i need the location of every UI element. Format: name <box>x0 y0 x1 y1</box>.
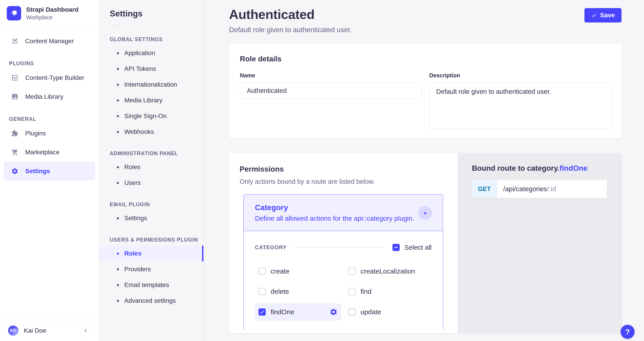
subnav-item-api-tokens[interactable]: API Tokens <box>99 61 204 77</box>
image-icon <box>11 93 18 100</box>
bullet-icon <box>117 284 119 286</box>
workspace-switcher[interactable]: Strapi Dashboard Workplace <box>0 0 99 27</box>
accordion-subtitle: Define all allowed actions for the api::… <box>255 215 414 222</box>
save-button[interactable]: Save <box>584 8 622 23</box>
subnav-item-providers[interactable]: Providers <box>99 261 204 277</box>
checkbox[interactable] <box>348 308 356 315</box>
collapse-sidebar-button[interactable] <box>81 324 90 337</box>
checkbox[interactable] <box>258 288 266 295</box>
subnav-item-application[interactable]: Application <box>99 45 204 61</box>
collapse-accordion-button[interactable] <box>418 206 432 220</box>
permissions-title: Permissions <box>240 165 443 173</box>
permissions-subtitle: Only actions bound by a route are listed… <box>240 178 443 185</box>
sidebar-item-settings[interactable]: Settings <box>4 162 95 181</box>
subnav-title: Settings <box>110 9 204 19</box>
route-display: GET /api/categories/:id <box>472 180 607 198</box>
layout-grid-icon <box>11 74 18 81</box>
cart-icon <box>11 149 18 156</box>
permissions-card: Permissions Only actions bound by a rout… <box>229 153 458 333</box>
category-accordion-header[interactable]: Category Define all allowed actions for … <box>244 195 443 231</box>
subnav-item-email-templates[interactable]: Email templates <box>99 277 204 293</box>
sidebar-item-label: Media Library <box>25 93 64 100</box>
sidebar-item-content-type-builder[interactable]: Content-Type Builder <box>0 68 99 87</box>
subnav-item-advanced-settings[interactable]: Advanced settings <box>99 293 204 309</box>
subnav-item-media-library[interactable]: Media Library <box>99 93 204 108</box>
page-header: Authenticated Default role given to auth… <box>204 0 644 34</box>
configure-findOne-button[interactable] <box>330 308 338 316</box>
bullet-icon <box>117 217 119 219</box>
checkbox[interactable] <box>258 268 266 275</box>
checkbox[interactable] <box>348 288 356 295</box>
bullet-icon <box>117 99 119 101</box>
permission-checkbox-create[interactable]: create <box>255 263 341 280</box>
bound-route-title: Bound route to category.findOne <box>472 164 608 173</box>
bullet-icon <box>117 300 119 302</box>
role-details-card: Role details Name Description Default ro… <box>229 44 622 138</box>
minus-icon <box>393 244 399 250</box>
bullet-icon <box>117 68 119 70</box>
select-all-checkbox[interactable] <box>392 244 400 251</box>
subnav-item-admin-roles[interactable]: Roles <box>99 159 204 175</box>
select-all-control[interactable]: Select all <box>392 244 432 251</box>
subnav-item-internationalization[interactable]: Internationalization <box>99 77 204 93</box>
sidebar-item-marketplace[interactable]: Marketplace <box>0 143 99 162</box>
subnav-item-up-roles[interactable]: Roles <box>99 246 204 261</box>
permission-checkbox-find[interactable]: find <box>345 283 431 300</box>
permissions-section: Permissions Only actions bound by a rout… <box>229 153 622 333</box>
checkbox-checked[interactable] <box>258 308 266 315</box>
accordion-title: Category <box>255 203 414 212</box>
check-icon <box>591 12 597 18</box>
sidebar-footer: KD Kai Doe <box>0 320 99 341</box>
subnav-item-single-sign-on[interactable]: Single Sign-On <box>99 108 204 124</box>
gear-icon <box>330 308 338 316</box>
sidebar-item-plugins[interactable]: Plugins <box>0 124 99 143</box>
permission-checkbox-findOne[interactable]: findOne <box>255 303 341 320</box>
app-title: Strapi Dashboard <box>26 6 78 14</box>
category-group-label: CATEGORY <box>255 244 286 251</box>
name-label: Name <box>240 72 422 79</box>
subnav-section-global-settings: GLOBAL SETTINGS <box>110 37 204 43</box>
http-method-badge: GET <box>472 180 497 198</box>
puzzle-icon <box>11 130 18 137</box>
subnav-item-admin-users[interactable]: Users <box>99 175 204 191</box>
checkbox[interactable] <box>348 268 356 275</box>
bullet-icon <box>117 131 119 133</box>
sidebar-item-label: Content Manager <box>25 38 74 45</box>
strapi-logo-icon <box>7 6 21 21</box>
help-button[interactable]: ? <box>620 325 634 339</box>
sidebar-item-content-manager[interactable]: Content Manager <box>0 32 99 51</box>
bullet-icon <box>117 166 119 168</box>
settings-subnav: Settings GLOBAL SETTINGS Application API… <box>99 0 204 341</box>
permission-checkbox-delete[interactable]: delete <box>255 283 341 300</box>
permission-checkbox-update[interactable]: update <box>345 303 431 320</box>
content-manager-icon <box>11 38 18 45</box>
role-details-title: Role details <box>240 55 611 63</box>
role-name-input[interactable] <box>240 82 422 99</box>
sidebar-section-plugins: PLUGINS <box>9 61 99 67</box>
route-path-param: /:id <box>547 185 556 193</box>
select-all-label: Select all <box>404 244 432 251</box>
subnav-divider <box>110 25 120 26</box>
category-accordion-body: CATEGORY Select all <box>244 231 443 329</box>
main-sidebar: Strapi Dashboard Workplace Content Manag… <box>0 0 99 341</box>
sidebar-item-media-library[interactable]: Media Library <box>0 87 99 106</box>
bullet-icon <box>117 115 119 117</box>
chevron-left-icon <box>83 328 88 333</box>
workspace-name: Workplace <box>26 14 78 21</box>
bound-route-panel: Bound route to category.findOne GET /api… <box>458 153 622 333</box>
bullet-icon <box>117 84 119 86</box>
permission-checkbox-createLocalization[interactable]: createLocalization <box>345 263 431 280</box>
user-name: Kai Doe <box>24 327 46 334</box>
app-root: Strapi Dashboard Workplace Content Manag… <box>0 0 644 341</box>
group-divider <box>294 247 384 248</box>
main-content: Authenticated Default role given to auth… <box>204 0 644 341</box>
subnav-item-email-settings[interactable]: Settings <box>99 210 204 226</box>
subnav-section-users-permissions-plugin: USERS & PERMISSIONS PLUGIN <box>110 237 204 243</box>
gear-icon <box>11 168 18 175</box>
subnav-section-email-plugin: EMAIL PLUGIN <box>110 202 204 208</box>
bullet-icon <box>117 253 119 255</box>
sidebar-item-label: Plugins <box>25 130 46 137</box>
subnav-item-webhooks[interactable]: Webhooks <box>99 124 204 140</box>
bound-route-action: .findOne <box>558 164 588 172</box>
role-description-textarea[interactable]: Default role given to authenticated user… <box>429 82 611 129</box>
